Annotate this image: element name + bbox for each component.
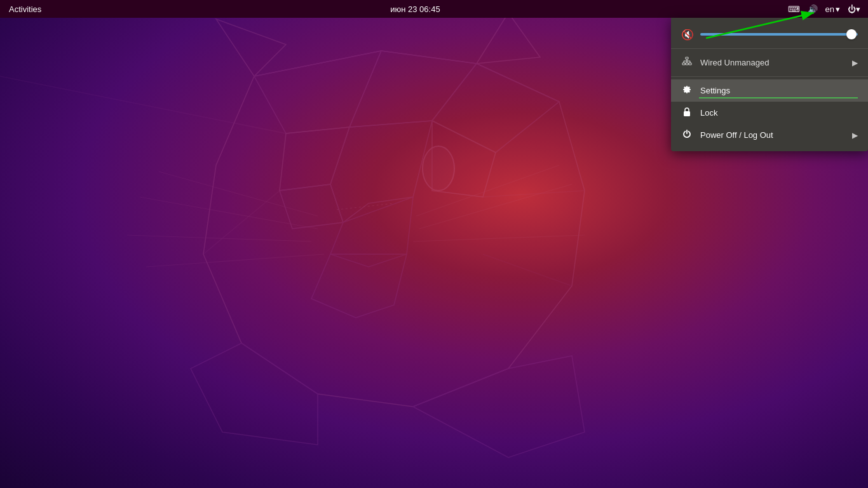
volume-row[interactable]: 🔇 bbox=[671, 23, 868, 46]
power-off-icon bbox=[681, 129, 693, 141]
svg-rect-31 bbox=[682, 63, 685, 65]
keyboard-icon[interactable]: ⌨ bbox=[785, 0, 803, 18]
wired-label: Wired Unmanaged bbox=[700, 58, 844, 67]
wired-submenu-arrow: ▶ bbox=[852, 58, 858, 67]
svg-marker-1 bbox=[216, 19, 286, 76]
power-off-item[interactable]: Power Off / Log Out ▶ bbox=[671, 124, 868, 146]
power-menu-button[interactable]: ⏻ ▾ bbox=[845, 0, 863, 18]
activities-button[interactable]: Activities bbox=[5, 0, 45, 18]
volume-slider[interactable] bbox=[700, 28, 858, 41]
volume-track bbox=[700, 33, 858, 36]
lock-label: Lock bbox=[700, 108, 858, 118]
network-icon bbox=[681, 57, 693, 69]
power-submenu-arrow: ▶ bbox=[852, 131, 858, 140]
svg-rect-32 bbox=[686, 63, 688, 65]
language-button[interactable]: en ▾ bbox=[823, 4, 843, 14]
settings-label: Settings bbox=[700, 86, 858, 95]
topbar-right-area: ⌨ 🔊 en ▾ ⏻ ▾ bbox=[785, 0, 863, 18]
svg-point-9 bbox=[423, 146, 454, 191]
settings-icon bbox=[681, 85, 693, 97]
power-off-label: Power Off / Log Out bbox=[700, 130, 844, 140]
svg-rect-39 bbox=[684, 111, 690, 116]
lock-icon bbox=[681, 107, 693, 119]
topbar: Activities июн 23 06:45 ⌨ 🔊 en ▾ ⏻ ▾ bbox=[0, 0, 868, 18]
system-menu: 🔇 bbox=[671, 18, 868, 151]
lock-item[interactable]: Lock bbox=[671, 102, 868, 124]
svg-marker-2 bbox=[477, 13, 540, 64]
desktop: Activities июн 23 06:45 ⌨ 🔊 en ▾ ⏻ ▾ 🔇 bbox=[0, 0, 868, 488]
topbar-clock: июн 23 06:45 bbox=[45, 4, 785, 14]
separator-1 bbox=[671, 48, 868, 49]
settings-underline bbox=[699, 97, 858, 98]
volume-thumb bbox=[846, 29, 857, 39]
wired-unmanaged-item[interactable]: Wired Unmanaged ▶ bbox=[671, 51, 868, 74]
separator-2 bbox=[671, 76, 868, 77]
sound-icon[interactable]: 🔊 bbox=[805, 0, 820, 18]
svg-rect-30 bbox=[686, 57, 688, 59]
settings-item[interactable]: Settings bbox=[671, 79, 868, 102]
volume-mute-icon: 🔇 bbox=[681, 29, 694, 41]
svg-rect-33 bbox=[689, 63, 691, 65]
